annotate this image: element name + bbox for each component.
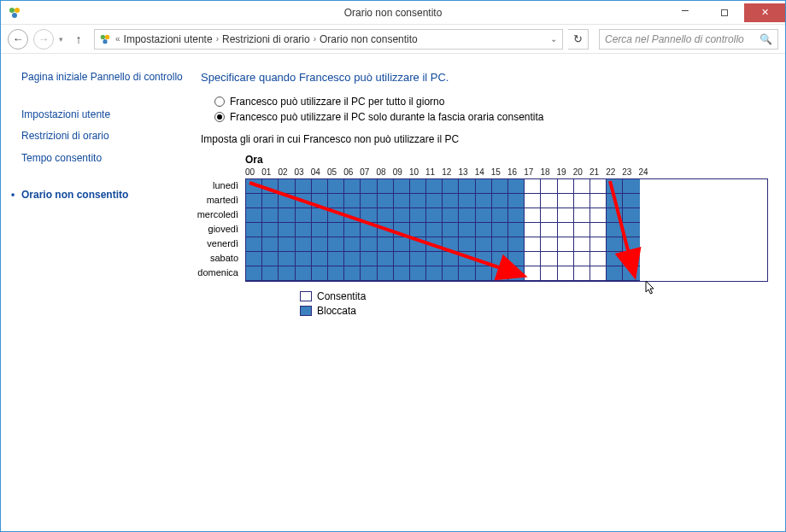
schedule-row[interactable]: [246, 208, 767, 223]
schedule-cell[interactable]: [262, 179, 279, 194]
schedule-cell[interactable]: [262, 252, 279, 266]
schedule-cell[interactable]: [246, 252, 262, 266]
schedule-cell[interactable]: [296, 266, 312, 281]
schedule-cell[interactable]: [246, 237, 262, 252]
schedule-cell[interactable]: [312, 194, 328, 208]
schedule-cell[interactable]: [574, 179, 590, 194]
schedule-cell[interactable]: [508, 252, 525, 266]
schedule-cell[interactable]: [426, 252, 443, 266]
minimize-button[interactable]: ─: [666, 3, 705, 22]
schedule-cell[interactable]: [312, 252, 328, 266]
schedule-cell[interactable]: [410, 208, 426, 223]
schedule-cell[interactable]: [296, 252, 312, 266]
schedule-cell[interactable]: [262, 194, 279, 208]
schedule-cell[interactable]: [443, 223, 459, 237]
chevron-left-icon[interactable]: «: [115, 34, 120, 44]
schedule-cell[interactable]: [459, 208, 475, 223]
schedule-cell[interactable]: [378, 194, 394, 208]
schedule-cell[interactable]: [361, 266, 377, 281]
schedule-cell[interactable]: [344, 266, 361, 281]
schedule-cell[interactable]: [378, 252, 394, 266]
schedule-cell[interactable]: [607, 194, 623, 208]
schedule-cell[interactable]: [361, 194, 377, 208]
schedule-cell[interactable]: [443, 252, 459, 266]
schedule-cell[interactable]: [492, 266, 508, 281]
schedule-cell[interactable]: [459, 179, 475, 194]
schedule-cell[interactable]: [623, 208, 639, 223]
schedule-cell[interactable]: [361, 252, 377, 266]
breadcrumb-dropdown-icon[interactable]: ⌄: [550, 34, 559, 44]
sidebar-link-tempo[interactable]: Tempo consentito: [21, 152, 184, 166]
schedule-cell[interactable]: [443, 194, 459, 208]
radio-option-restricted[interactable]: Francesco può utilizzare il PC solo dura…: [214, 111, 768, 123]
schedule-cell[interactable]: [476, 179, 492, 194]
schedule-cell[interactable]: [525, 179, 541, 194]
schedule-cell[interactable]: [394, 194, 410, 208]
schedule-cell[interactable]: [607, 237, 623, 252]
schedule-cell[interactable]: [378, 223, 394, 237]
schedule-cell[interactable]: [246, 223, 262, 237]
schedule-cell[interactable]: [410, 266, 426, 281]
schedule-cell[interactable]: [246, 266, 262, 281]
schedule-cell[interactable]: [328, 237, 344, 252]
radio-option-allday[interactable]: Francesco può utilizzare il PC per tutto…: [214, 96, 768, 108]
schedule-cell[interactable]: [344, 194, 361, 208]
schedule-cell[interactable]: [541, 252, 557, 266]
schedule-cell[interactable]: [328, 223, 344, 237]
schedule-cell[interactable]: [296, 179, 312, 194]
breadcrumb[interactable]: « Impostazioni utente › Restrizioni di o…: [94, 29, 563, 50]
schedule-cell[interactable]: [262, 208, 279, 223]
refresh-button[interactable]: ↻: [568, 29, 589, 50]
schedule-cell[interactable]: [590, 237, 607, 252]
schedule-cell[interactable]: [574, 194, 590, 208]
schedule-cell[interactable]: [574, 237, 590, 252]
back-button[interactable]: ←: [8, 29, 28, 50]
schedule-cell[interactable]: [508, 266, 525, 281]
schedule-cell[interactable]: [558, 208, 574, 223]
schedule-cell[interactable]: [328, 179, 344, 194]
schedule-cell[interactable]: [623, 237, 639, 252]
schedule-cell[interactable]: [590, 208, 607, 223]
schedule-cell[interactable]: [492, 194, 508, 208]
schedule-cell[interactable]: [558, 252, 574, 266]
schedule-cell[interactable]: [508, 208, 525, 223]
schedule-cell[interactable]: [279, 179, 295, 194]
schedule-cell[interactable]: [328, 266, 344, 281]
schedule-cell[interactable]: [410, 223, 426, 237]
schedule-cell[interactable]: [426, 208, 443, 223]
schedule-cell[interactable]: [590, 194, 607, 208]
schedule-cell[interactable]: [508, 223, 525, 237]
maximize-button[interactable]: [705, 3, 744, 22]
schedule-cell[interactable]: [541, 208, 557, 223]
schedule-cell[interactable]: [541, 266, 557, 281]
search-input[interactable]: Cerca nel Pannello di controllo 🔍: [599, 29, 778, 50]
sidebar-link-restrizioni[interactable]: Restrizioni di orario: [21, 130, 184, 143]
schedule-row[interactable]: [246, 237, 767, 252]
schedule-cell[interactable]: [623, 179, 639, 194]
schedule-cell[interactable]: [262, 237, 279, 252]
schedule-cell[interactable]: [558, 194, 574, 208]
schedule-row[interactable]: [246, 266, 767, 281]
sidebar-home-link[interactable]: Pagina iniziale Pannello di controllo: [21, 71, 184, 85]
schedule-cell[interactable]: [410, 194, 426, 208]
schedule-row[interactable]: [246, 252, 767, 266]
schedule-cell[interactable]: [541, 179, 557, 194]
schedule-cell[interactable]: [558, 223, 574, 237]
schedule-cell[interactable]: [344, 208, 361, 223]
schedule-cell[interactable]: [459, 223, 475, 237]
schedule-cell[interactable]: [574, 266, 590, 281]
schedule-cell[interactable]: [344, 223, 361, 237]
schedule-cell[interactable]: [508, 194, 525, 208]
schedule-cell[interactable]: [328, 194, 344, 208]
schedule-cell[interactable]: [394, 223, 410, 237]
schedule-cell[interactable]: [623, 266, 639, 281]
schedule-cell[interactable]: [476, 266, 492, 281]
schedule-cell[interactable]: [541, 237, 557, 252]
schedule-cell[interactable]: [312, 208, 328, 223]
schedule-cell[interactable]: [378, 208, 394, 223]
sidebar-link-current[interactable]: Orario non consentito: [21, 189, 184, 202]
schedule-cell[interactable]: [476, 223, 492, 237]
breadcrumb-item[interactable]: Restrizioni di orario: [222, 33, 310, 45]
schedule-cell[interactable]: [312, 237, 328, 252]
schedule-cell[interactable]: [296, 237, 312, 252]
